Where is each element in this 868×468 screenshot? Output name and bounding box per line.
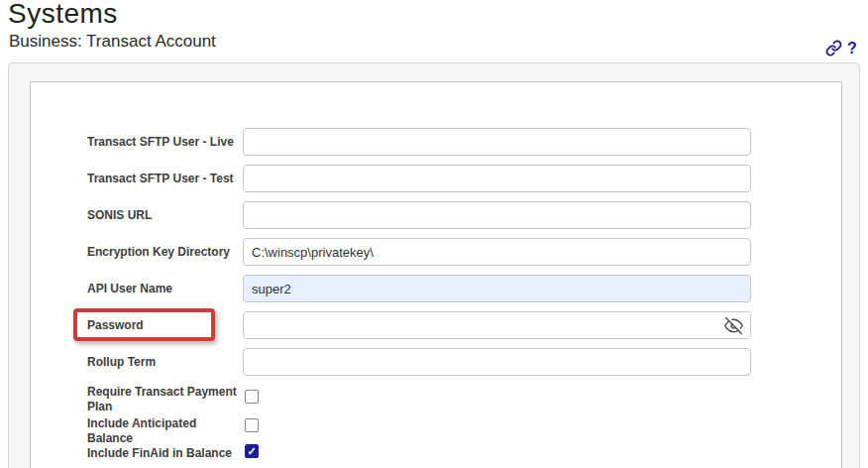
transact-sftp-user-test-input[interactable] — [243, 165, 751, 192]
page-title: Systems — [8, 0, 118, 30]
eye-off-icon[interactable] — [724, 316, 743, 335]
api-user-name-input[interactable] — [243, 275, 751, 302]
page-subtitle: Business: Transact Account — [9, 32, 216, 52]
transact-sftp-user-live-input[interactable] — [243, 128, 751, 156]
header-icons: ? — [825, 40, 857, 57]
label-encryption-key-directory: Encryption Key Directory — [87, 245, 244, 260]
systems-page: Systems Business: Transact Account ? Tra… — [0, 0, 868, 468]
include-finaid-in-balance-checkbox[interactable]: ✓ — [245, 444, 259, 458]
password-input[interactable] — [244, 312, 724, 338]
label-include-finaid-in-balance: Include FinAid in Balance — [87, 446, 244, 461]
label-api-user-name: API User Name — [87, 282, 244, 296]
label-transact-sftp-user-test: Transact SFTP User - Test — [87, 172, 244, 186]
include-anticipated-balance-checkbox[interactable] — [245, 418, 259, 432]
label-rollup-term: Rollup Term — [87, 355, 244, 370]
label-sonis-url: SONIS URL — [87, 208, 244, 223]
label-require-transact-payment-plan: Require Transact Payment Plan — [87, 385, 244, 414]
encryption-key-directory-input[interactable] — [243, 238, 751, 266]
password-field-wrap — [243, 311, 751, 339]
help-icon[interactable]: ? — [847, 40, 857, 57]
label-password: Password — [87, 318, 244, 333]
sonis-url-input[interactable] — [243, 201, 751, 229]
require-transact-payment-plan-checkbox[interactable] — [245, 390, 259, 404]
link-icon[interactable] — [825, 40, 842, 57]
label-transact-sftp-user-live: Transact SFTP User - Live — [87, 135, 244, 150]
label-include-anticipated-balance: Include Anticipated Balance — [87, 416, 244, 446]
rollup-term-input[interactable] — [243, 348, 751, 376]
